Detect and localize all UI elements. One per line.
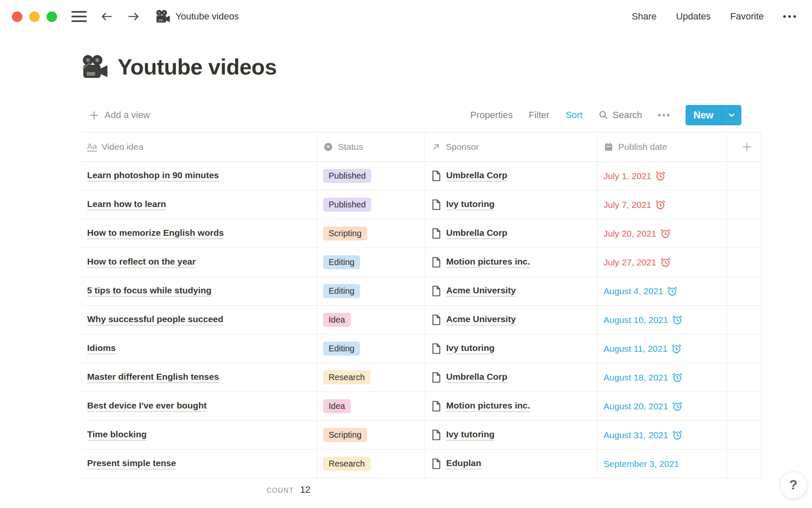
publish-date-value[interactable]: August 11, 2021 <box>604 343 682 354</box>
status-badge[interactable]: Editing <box>323 255 360 269</box>
sponsor-cell[interactable]: Ivy tutoring <box>425 334 598 363</box>
add-column-button[interactable] <box>727 133 761 161</box>
publish-date-cell[interactable]: July 7, 2021 <box>598 190 727 219</box>
publish-date-value[interactable]: July 7, 2021 <box>604 199 666 210</box>
sidebar-menu-icon[interactable] <box>71 11 87 22</box>
updates-button[interactable]: Updates <box>676 11 711 22</box>
sponsor-cell[interactable]: Motion pictures inc. <box>425 248 598 276</box>
sponsor-cell[interactable]: Ivy tutoring <box>425 421 598 449</box>
status-badge[interactable]: Published <box>323 169 371 183</box>
status-badge[interactable]: Research <box>323 457 370 471</box>
video-idea-link[interactable]: 5 tips to focus while studying <box>87 285 211 297</box>
sponsor-link[interactable]: Motion pictures inc. <box>446 400 530 412</box>
publish-date-value[interactable]: July 1, 2021 <box>604 171 666 181</box>
publish-date-value[interactable]: July 20, 2021 <box>604 228 671 239</box>
video-idea-cell[interactable]: Best device I've ever bought <box>81 392 317 420</box>
help-button[interactable]: ? <box>780 472 807 499</box>
column-header-publish-date[interactable]: Publish date <box>598 133 727 161</box>
publish-date-cell[interactable]: July 27, 2021 <box>598 248 727 276</box>
status-badge[interactable]: Research <box>323 370 370 384</box>
zoom-window-button[interactable] <box>47 11 57 22</box>
video-idea-cell[interactable]: How to reflect on the year <box>81 248 317 276</box>
video-idea-link[interactable]: Best device I've ever bought <box>87 400 207 412</box>
publish-date-value[interactable]: August 4, 2021 <box>604 286 678 296</box>
close-window-button[interactable] <box>12 11 22 22</box>
publish-date-cell[interactable]: August 4, 2021 <box>598 277 727 305</box>
sponsor-cell[interactable]: Motion pictures inc. <box>425 392 598 420</box>
forward-button[interactable] <box>126 10 141 23</box>
column-header-status[interactable]: Status <box>317 133 425 161</box>
video-idea-link[interactable]: Time blocking <box>87 429 147 441</box>
video-idea-link[interactable]: Idioms <box>87 343 116 354</box>
publish-date-cell[interactable]: July 20, 2021 <box>598 219 727 248</box>
sponsor-cell[interactable]: Umbrella Corp <box>425 219 598 248</box>
new-button[interactable]: New <box>686 105 721 125</box>
favorite-button[interactable]: Favorite <box>730 11 764 22</box>
search-button[interactable]: Search <box>598 110 642 121</box>
publish-date-cell[interactable]: August 10, 2021 <box>598 306 727 334</box>
properties-button[interactable]: Properties <box>470 110 513 121</box>
publish-date-value[interactable]: August 20, 2021 <box>604 401 683 411</box>
column-header-sponsor[interactable]: Sponsor <box>425 133 598 161</box>
minimize-window-button[interactable] <box>29 11 40 22</box>
publish-date-value[interactable]: August 10, 2021 <box>604 315 683 325</box>
video-idea-cell[interactable]: Learn how to learn <box>81 190 317 219</box>
status-cell[interactable]: Research <box>317 363 425 392</box>
sponsor-link[interactable]: Ivy tutoring <box>446 343 494 354</box>
sort-button[interactable]: Sort <box>565 110 582 121</box>
status-cell[interactable]: Published <box>317 190 425 219</box>
sponsor-link[interactable]: Umbrella Corp <box>446 170 508 182</box>
sponsor-link[interactable]: Umbrella Corp <box>446 228 508 239</box>
publish-date-cell[interactable]: August 11, 2021 <box>598 334 727 363</box>
publish-date-value[interactable]: July 27, 2021 <box>604 257 671 268</box>
sponsor-cell[interactable]: Ivy tutoring <box>425 190 598 219</box>
sponsor-link[interactable]: Ivy tutoring <box>446 429 494 441</box>
status-cell[interactable]: Scripting <box>317 219 425 248</box>
publish-date-cell[interactable]: July 1, 2021 <box>598 162 727 190</box>
publish-date-cell[interactable]: August 18, 2021 <box>598 363 727 392</box>
status-cell[interactable]: Idea <box>317 306 425 334</box>
sponsor-link[interactable]: Umbrella Corp <box>446 372 508 383</box>
publish-date-cell[interactable]: August 20, 2021 <box>598 392 727 420</box>
sponsor-link[interactable]: Eduplan <box>446 458 481 469</box>
count-footer[interactable]: COUNT 12 <box>81 478 317 495</box>
status-cell[interactable]: Editing <box>317 334 425 363</box>
publish-date-value[interactable]: August 31, 2021 <box>604 430 683 440</box>
back-button[interactable] <box>99 10 114 23</box>
status-cell[interactable]: Idea <box>317 392 425 420</box>
sponsor-link[interactable]: Acme University <box>446 314 516 326</box>
sponsor-cell[interactable]: Umbrella Corp <box>425 363 598 392</box>
status-cell[interactable]: Research <box>317 450 425 478</box>
status-badge[interactable]: Published <box>323 198 371 212</box>
status-badge[interactable]: Idea <box>323 313 351 327</box>
video-idea-cell[interactable]: 5 tips to focus while studying <box>81 277 317 305</box>
status-badge[interactable]: Editing <box>323 284 360 298</box>
video-idea-cell[interactable]: Idioms <box>81 334 317 363</box>
video-idea-link[interactable]: How to memorize English words <box>87 228 224 239</box>
video-idea-link[interactable]: Master different English tenses <box>87 372 219 383</box>
sponsor-cell[interactable]: Acme University <box>425 277 598 305</box>
status-badge[interactable]: Scripting <box>323 428 367 442</box>
video-idea-cell[interactable]: Learn photoshop in 90 minutes <box>81 162 317 190</box>
breadcrumb-page-title[interactable]: Youtube videos <box>176 11 239 22</box>
sponsor-link[interactable]: Acme University <box>446 285 516 297</box>
video-idea-link[interactable]: Present simple tense <box>87 458 176 469</box>
video-idea-cell[interactable]: How to memorize English words <box>81 219 317 248</box>
page-title[interactable]: Youtube videos <box>118 54 277 80</box>
sponsor-cell[interactable]: Umbrella Corp <box>425 162 598 190</box>
view-options-button[interactable] <box>658 114 669 116</box>
filter-button[interactable]: Filter <box>529 110 549 121</box>
sponsor-cell[interactable]: Eduplan <box>425 450 598 478</box>
new-dropdown-button[interactable] <box>721 105 741 125</box>
sponsor-link[interactable]: Motion pictures inc. <box>446 257 530 268</box>
sponsor-cell[interactable]: Acme University <box>425 306 598 334</box>
status-cell[interactable]: Published <box>317 162 425 190</box>
column-header-video-idea[interactable]: Aa Video idea <box>81 133 317 161</box>
publish-date-value[interactable]: August 18, 2021 <box>604 372 683 383</box>
video-idea-cell[interactable]: Why successful people succeed <box>81 306 317 334</box>
more-options-button[interactable] <box>783 15 796 18</box>
status-cell[interactable]: Editing <box>317 277 425 305</box>
status-cell[interactable]: Editing <box>317 248 425 276</box>
video-idea-link[interactable]: Learn photoshop in 90 minutes <box>87 170 219 182</box>
page-icon-movie-camera[interactable] <box>81 55 108 79</box>
